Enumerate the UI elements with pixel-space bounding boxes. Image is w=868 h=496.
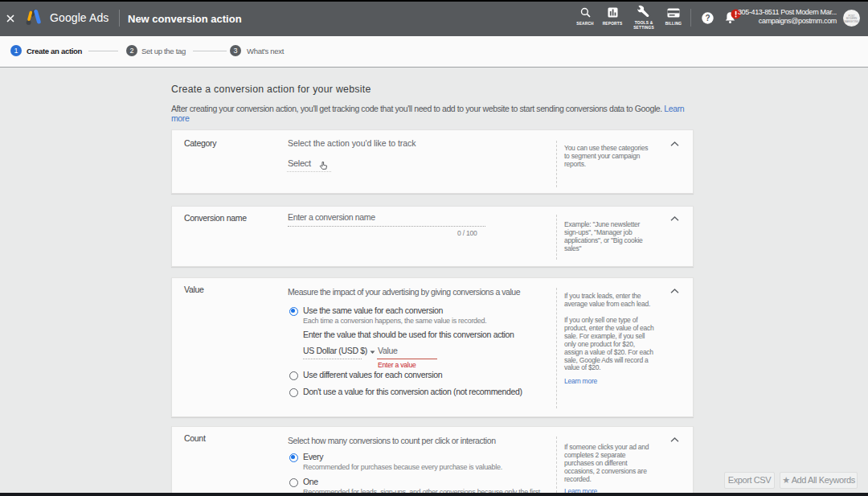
svg-text:?: ?: [705, 14, 710, 23]
